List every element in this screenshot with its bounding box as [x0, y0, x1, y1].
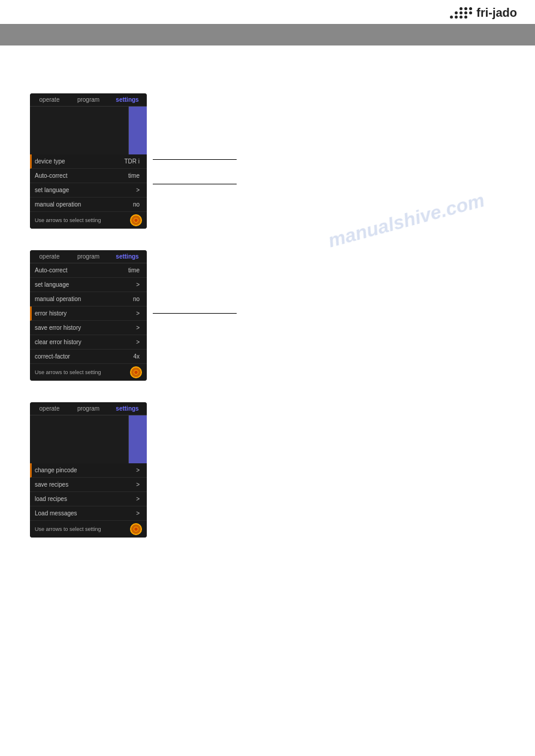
label-auto-correct-1: Auto-correct — [35, 172, 128, 179]
screen-left-3 — [30, 415, 129, 463]
panel3: operate program settings change pincode … — [30, 402, 147, 538]
value-save-recipes: > — [136, 481, 140, 488]
tab-settings-1[interactable]: settings — [108, 93, 147, 106]
annotation-line-1b — [153, 184, 237, 184]
screen-right-1 — [129, 107, 147, 154]
label-device-type: device type — [35, 158, 124, 165]
logo-text: fri-jado — [476, 6, 517, 20]
label-load-recipes: load recipes — [35, 496, 136, 502]
label-manual-op-1: manual operation — [35, 201, 133, 208]
value-save-error-history: > — [136, 324, 140, 331]
value-load-recipes: > — [136, 496, 140, 502]
value-set-language-1: > — [136, 187, 140, 193]
screen-left-1 — [30, 107, 129, 154]
value-manual-op-1: no — [133, 201, 140, 208]
row-save-recipes[interactable]: save recipes > — [30, 478, 147, 492]
row-error-history[interactable]: error history > — [30, 306, 147, 321]
label-set-language-1: set language — [35, 187, 136, 193]
panel1-tabs: operate program settings — [30, 93, 147, 107]
tab-operate-1[interactable]: operate — [30, 93, 69, 106]
panel2-footer: Use arrows to select setting — [30, 364, 147, 381]
value-change-pincode: > — [136, 467, 140, 473]
label-set-language-2: set language — [35, 281, 136, 288]
value-auto-correct-2: time — [128, 267, 140, 274]
label-change-pincode: change pincode — [35, 467, 136, 473]
logo-dots — [450, 7, 473, 19]
value-load-messages: > — [136, 510, 140, 517]
panel1-wrapper: operate program settings device type TDR… — [30, 93, 505, 239]
value-clear-error-history: > — [136, 339, 140, 345]
value-device-type: TDR i — [124, 158, 140, 165]
panel3-footer: Use arrows to select setting — [30, 521, 147, 538]
value-auto-correct-1: time — [128, 172, 140, 179]
row-correct-factor[interactable]: correct-factor 4x — [30, 350, 147, 364]
footer-text-2: Use arrows to select setting — [35, 369, 101, 375]
annotation-line-2a — [153, 313, 237, 314]
value-correct-factor: 4x — [133, 353, 140, 360]
nav-icon-inner-1 — [134, 218, 138, 223]
row-device-type[interactable]: device type TDR i — [30, 154, 147, 169]
footer-text-1: Use arrows to select setting — [35, 217, 101, 223]
panel1-annotations — [153, 93, 237, 184]
tab-program-2[interactable]: program — [69, 250, 108, 263]
panel1-footer: Use arrows to select setting — [30, 212, 147, 229]
tab-operate-2[interactable]: operate — [30, 250, 69, 263]
panel2-tabs: operate program settings — [30, 250, 147, 263]
nav-icon-inner-3 — [134, 527, 138, 532]
nav-icon-1[interactable] — [130, 214, 142, 226]
label-auto-correct-2: Auto-correct — [35, 267, 128, 274]
row-clear-error-history[interactable]: clear error history > — [30, 335, 147, 350]
tab-program-3[interactable]: program — [69, 402, 108, 415]
label-manual-op-2: manual operation — [35, 296, 133, 302]
tab-settings-3[interactable]: settings — [108, 402, 147, 415]
row-load-recipes[interactable]: load recipes > — [30, 492, 147, 506]
panel3-tabs: operate program settings — [30, 402, 147, 415]
annotation-line-1a — [153, 159, 237, 160]
row-load-messages[interactable]: Load messages > — [30, 506, 147, 521]
panel3-wrapper: operate program settings change pincode … — [30, 402, 505, 538]
screen-right-3 — [129, 415, 147, 463]
label-save-error-history: save error history — [35, 324, 136, 331]
label-save-recipes: save recipes — [35, 481, 136, 488]
label-load-messages: Load messages — [35, 510, 136, 517]
row-set-language-2[interactable]: set language > — [30, 278, 147, 292]
row-save-error-history[interactable]: save error history > — [30, 321, 147, 335]
panel2-annotations — [153, 250, 237, 314]
panel3-screen — [30, 415, 147, 463]
panel2: operate program settings Auto-correct ti… — [30, 250, 147, 381]
tab-operate-3[interactable]: operate — [30, 402, 69, 415]
nav-icon-inner-2 — [134, 370, 138, 375]
row-manual-op-1[interactable]: manual operation no — [30, 198, 147, 212]
row-auto-correct-2[interactable]: Auto-correct time — [30, 263, 147, 278]
nav-icon-3[interactable] — [130, 523, 142, 535]
label-clear-error-history: clear error history — [35, 339, 136, 345]
tab-settings-2[interactable]: settings — [108, 250, 147, 263]
value-error-history: > — [136, 310, 140, 317]
panel1-screen — [30, 107, 147, 154]
footer-text-3: Use arrows to select setting — [35, 526, 101, 532]
panel2-wrapper: operate program settings Auto-correct ti… — [30, 250, 505, 391]
tab-program-1[interactable]: program — [69, 93, 108, 106]
row-set-language-1[interactable]: set language > — [30, 183, 147, 198]
label-correct-factor: correct-factor — [35, 353, 133, 360]
row-change-pincode[interactable]: change pincode > — [30, 463, 147, 478]
nav-icon-2[interactable] — [130, 366, 142, 378]
value-manual-op-2: no — [133, 296, 140, 302]
panel1: operate program settings device type TDR… — [30, 93, 147, 229]
header-bar — [0, 24, 535, 45]
value-set-language-2: > — [136, 281, 140, 288]
label-error-history: error history — [35, 310, 136, 317]
row-manual-op-2[interactable]: manual operation no — [30, 292, 147, 306]
logo-area: fri-jado — [450, 6, 517, 20]
row-auto-correct-1[interactable]: Auto-correct time — [30, 169, 147, 183]
main-content: operate program settings device type TDR… — [0, 45, 535, 560]
